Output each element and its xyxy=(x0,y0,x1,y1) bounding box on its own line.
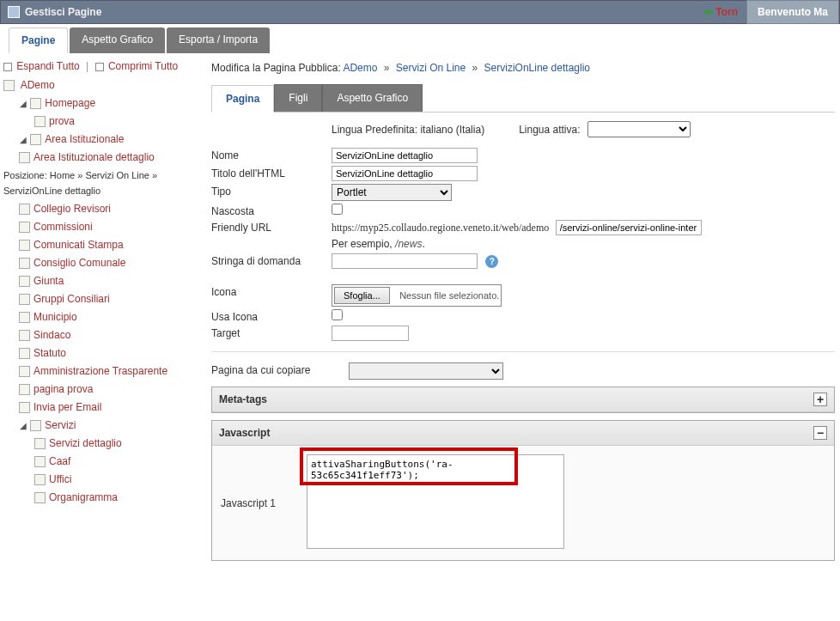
page-icon xyxy=(19,366,30,377)
tree-item-consiglio[interactable]: Consiglio Comunale xyxy=(33,257,125,269)
stringa-label: Stringa di domanda xyxy=(211,253,332,267)
titolo-input[interactable] xyxy=(332,166,478,181)
tree-item-gruppi[interactable]: Gruppi Consiliari xyxy=(33,293,110,305)
main-tabs: Pagine Aspetto Grafico Esporta / Importa xyxy=(0,24,840,53)
tree-toggle[interactable]: ◢ xyxy=(19,137,27,145)
tab-pagine[interactable]: Pagine xyxy=(9,27,68,53)
tree-item-caaf[interactable]: Caaf xyxy=(49,455,70,467)
file-status: Nessun file selezionato. xyxy=(399,290,499,301)
tree-item-invia-email[interactable]: Invia per Email xyxy=(33,401,101,413)
subtab-pagina[interactable]: Pagina xyxy=(211,85,274,113)
friendly-url-input[interactable] xyxy=(556,220,702,235)
tree-item-giunta[interactable]: Giunta xyxy=(33,275,64,287)
breadcrumb-dettaglio[interactable]: ServiziOnLine dettaglio xyxy=(484,62,590,74)
back-link-label: Torn xyxy=(715,6,738,18)
tree-item-comunicati[interactable]: Comunicati Stampa xyxy=(33,239,124,251)
breadcrumb-servizi-online[interactable]: Servizi On Line xyxy=(396,62,466,74)
collapse-icon xyxy=(95,63,104,71)
tipo-select[interactable]: Portlet xyxy=(332,184,452,201)
page-icon xyxy=(34,492,46,503)
javascript-panel: Javascript − Javascript 1 xyxy=(211,420,835,561)
page-icon xyxy=(3,80,15,91)
page-icon xyxy=(34,456,46,467)
page-icon xyxy=(19,294,30,305)
tree-item-homepage[interactable]: Homepage xyxy=(45,97,95,109)
tab-aspetto-grafico[interactable]: Aspetto Grafico xyxy=(70,27,165,53)
subtab-aspetto[interactable]: Aspetto Grafico xyxy=(322,84,423,112)
page-icon xyxy=(30,134,41,145)
tab-esporta-importa[interactable]: Esporta / Importa xyxy=(167,27,270,53)
icona-label: Icona xyxy=(211,284,332,298)
welcome-label: Benvenuto Ma xyxy=(758,6,828,18)
usaicona-checkbox[interactable] xyxy=(332,309,343,320)
friendly-url-example: Per esempio, /news. xyxy=(211,238,835,250)
javascript1-textarea[interactable] xyxy=(307,454,564,549)
tree-root[interactable]: ADemo xyxy=(21,79,55,91)
breadcrumb-ademo[interactable]: ADemo xyxy=(343,62,377,74)
tree-item-organigramma[interactable]: Organigramma xyxy=(49,491,118,503)
tree-item-statuto[interactable]: Statuto xyxy=(33,347,66,359)
nascosta-label: Nascosta xyxy=(211,204,332,217)
page-icon xyxy=(19,258,30,269)
page-tree: ADemo ◢ Homepage prova ◢ Area Istituzion… xyxy=(3,77,203,505)
page-icon xyxy=(19,330,30,341)
friendly-url-label: Friendly URL xyxy=(211,220,332,234)
welcome-box[interactable]: Benvenuto Ma xyxy=(746,0,839,24)
javascript1-label: Javascript 1 xyxy=(221,454,307,509)
tree-toggle[interactable]: ◢ xyxy=(19,100,27,109)
page-icon xyxy=(30,98,41,109)
expand-all-link[interactable]: Espandi Tutto xyxy=(16,60,79,72)
sidebar: Espandi Tutto | Comprimi Tutto ADemo ◢ H… xyxy=(0,53,206,569)
tree-item-pagina-prova[interactable]: pagina prova xyxy=(33,383,93,395)
active-language-select[interactable] xyxy=(587,121,691,137)
page-icon xyxy=(19,240,30,251)
target-input[interactable] xyxy=(332,326,409,341)
position-text: Posizione: Home » Servizi On Line » Serv… xyxy=(3,167,203,198)
collapse-all-link[interactable]: Comprimi Tutto xyxy=(108,60,178,72)
tree-item-area-istituzionale[interactable]: Area Istituzionale xyxy=(45,133,124,145)
tree-item-collegio[interactable]: Collegio Revisori xyxy=(33,203,111,215)
page-icon xyxy=(19,276,30,287)
js-collapse-icon[interactable]: − xyxy=(813,426,827,440)
tree-item-municipio[interactable]: Municipio xyxy=(33,311,77,323)
friendly-url-prefix: https://myp25.collaudo.regione.veneto.it… xyxy=(332,222,549,234)
tree-item-uffici[interactable]: Uffici xyxy=(49,473,71,485)
tree-item-sindaco[interactable]: Sindaco xyxy=(33,329,70,341)
back-link[interactable]: ⇦ Torn xyxy=(704,6,738,18)
page-icon xyxy=(34,474,46,485)
tipo-label: Tipo xyxy=(211,184,332,198)
subtab-figli[interactable]: Figli xyxy=(274,84,322,112)
help-icon[interactable]: ? xyxy=(485,255,498,268)
target-label: Target xyxy=(211,326,332,339)
header-title: Gestisci Pagine xyxy=(25,6,101,18)
tree-item-prova[interactable]: prova xyxy=(49,115,75,127)
page-icon xyxy=(30,420,41,431)
tree-item-commissioni[interactable]: Commissioni xyxy=(33,221,93,233)
tree-toggle[interactable]: ◢ xyxy=(19,423,27,431)
nome-input[interactable] xyxy=(332,148,478,163)
breadcrumb: Modifica la Pagina Pubblica: ADemo » Ser… xyxy=(211,62,835,74)
copia-select[interactable] xyxy=(349,362,503,380)
page-icon xyxy=(34,438,46,449)
usaicona-label: Usa Icona xyxy=(211,309,332,323)
nascosta-checkbox[interactable] xyxy=(332,204,343,215)
language-row: Lingua Predefinita: italiano (Italia) Li… xyxy=(211,121,835,137)
arrow-left-icon: ⇦ xyxy=(704,6,713,18)
expand-icon xyxy=(3,63,12,71)
meta-tags-panel: Meta-tags + xyxy=(211,387,835,413)
tree-item-amm-trasp[interactable]: Amministrazione Trasparente xyxy=(33,365,167,377)
sub-tabs: Pagina Figli Aspetto Grafico xyxy=(211,84,835,113)
tree-item-area-ist-dettaglio[interactable]: Area Istituzionale dettaglio xyxy=(33,151,155,163)
sidebar-actions: Espandi Tutto | Comprimi Tutto xyxy=(3,60,203,72)
page-icon xyxy=(19,204,30,215)
page-icon xyxy=(34,116,46,127)
page-icon xyxy=(19,384,30,395)
javascript-title: Javascript xyxy=(219,427,270,439)
header-bar: Gestisci Pagine ⇦ Torn Benvenuto Ma xyxy=(0,0,840,24)
tree-item-servizi-dettaglio[interactable]: Servizi dettaglio xyxy=(49,437,122,449)
stringa-input[interactable] xyxy=(332,253,478,269)
titolo-label: Titolo dell'HTML xyxy=(211,166,332,180)
meta-expand-icon[interactable]: + xyxy=(813,393,827,406)
browse-button[interactable]: Sfoglia... xyxy=(334,287,390,304)
tree-item-servizi[interactable]: Servizi xyxy=(45,419,76,431)
